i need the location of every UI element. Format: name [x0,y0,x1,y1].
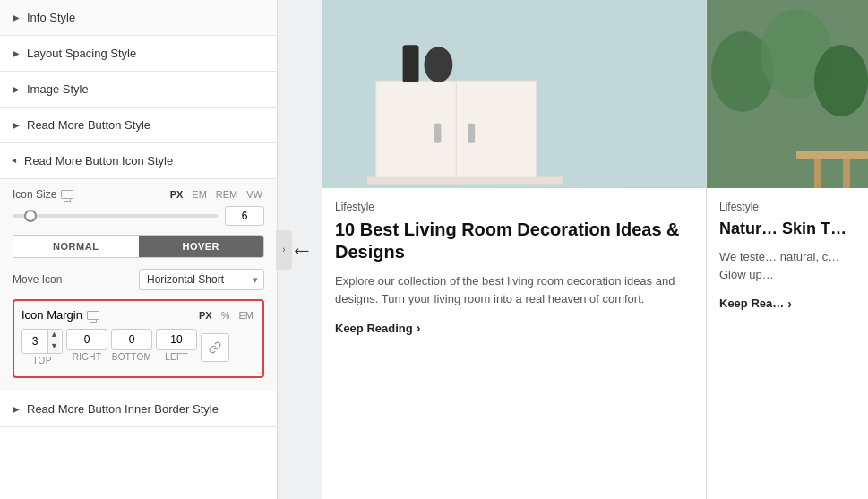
accordion-image-style: ▶ Image Style [0,72,277,108]
move-icon-select[interactable]: Horizontal Short Horizontal Long Vertica… [139,269,264,290]
icon-size-slider-row [13,206,264,226]
accordion-header-image-style[interactable]: ▶ Image Style [0,72,277,107]
card-category-2: Lifestyle [719,201,855,213]
icon-margin-right-group: RIGHT [66,329,107,362]
plants-svg [707,0,868,188]
svg-rect-4 [468,124,475,143]
icon-margin-unit-px[interactable]: PX [197,309,214,322]
icon-margin-left-group: LEFT [156,329,197,362]
accordion-layout-spacing-style: ▶ Layout Spacing Style [0,36,277,72]
accordion-read-more-button-inner-border-style: ▶ Read More Button Inner Border Style [0,391,277,427]
icon-margin-bottom-label: BOTTOM [112,352,151,362]
card-image-2 [707,0,868,188]
svg-point-6 [424,47,452,82]
accordion-info-style: ▶ Info Style [0,0,277,36]
plants-image [707,0,868,188]
accordion-read-more-button-icon-style: ▾ Read More Button Icon Style Icon Size … [0,143,277,391]
accordion-label-read-more-button-icon-style: Read More Button Icon Style [24,154,173,168]
icon-margin-right-input[interactable] [66,329,107,350]
svg-rect-12 [796,151,868,159]
icon-margin-top-down[interactable]: ▼ [48,340,60,351]
chevron-image-style: ▶ [13,84,20,94]
card-excerpt-2: We teste… natural, c… Glow up… [719,248,855,284]
card-content-2: Lifestyle Natur… Skin T… We teste… natur… [707,188,868,499]
accordion-label-image-style: Image Style [27,82,89,96]
icon-margin-monitor-icon [87,311,99,320]
icon-margin-header: Icon Margin PX % EM [21,308,255,322]
toggle-hover-button[interactable]: HOVER [139,236,264,257]
icon-margin-section: Icon Margin PX % EM [13,299,264,378]
icon-size-label-group: Icon Size [13,188,73,201]
right-panel: ← [278,0,868,499]
svg-rect-7 [367,177,563,185]
accordion-read-more-button-style: ▶ Read More Button Style [0,108,277,143]
monitor-icon [61,190,73,199]
icon-margin-top-stepper: ▲ ▼ [47,330,60,353]
card-link-text-2: Keep Rea… [719,297,784,310]
icon-margin-label: Icon Margin [21,308,82,322]
move-icon-select-wrapper: Horizontal Short Horizontal Long Vertica… [139,269,264,290]
card-title-1: 10 Best Living Room Decoration Ideas & D… [335,219,693,263]
link-icon [209,341,221,354]
icon-margin-unit-percent[interactable]: % [219,309,232,322]
unit-em[interactable]: EM [190,188,209,201]
icon-margin-right-label: RIGHT [73,352,102,362]
unit-group-icon-size: PX EM REM VW [168,188,264,201]
chevron-layout-spacing-style: ▶ [13,48,20,58]
icon-size-label: Icon Size [13,188,56,201]
accordion-header-info-style[interactable]: ▶ Info Style [0,0,277,35]
icon-margin-left-input[interactable] [156,329,197,350]
icon-margin-link-button[interactable] [201,333,229,362]
accordion-header-read-more-button-style[interactable]: ▶ Read More Button Style [0,108,277,142]
furniture-svg [322,0,706,188]
icon-margin-top-box: ▲ ▼ [21,329,63,354]
blog-card-1: Lifestyle 10 Best Living Room Decoration… [322,0,707,499]
icon-size-input[interactable] [225,206,264,226]
unit-px[interactable]: PX [168,188,185,201]
icon-margin-top-input[interactable] [22,330,47,353]
blog-card-2: Lifestyle Natur… Skin T… We teste… natur… [707,0,868,499]
icon-margin-label-group: Icon Margin [21,308,99,322]
left-panel: ▶ Info Style ▶ Layout Spacing Style ▶ Im… [0,0,278,499]
accordion-label-read-more-button-inner-border-style: Read More Button Inner Border Style [27,402,219,416]
card-excerpt-1: Explore our collection of the best livin… [335,272,693,308]
accordion-header-read-more-button-icon-style[interactable]: ▾ Read More Button Icon Style [0,143,277,178]
svg-point-11 [814,45,868,116]
chevron-info-style: ▶ [13,13,20,22]
svg-rect-5 [403,45,419,82]
icon-margin-bottom-group: BOTTOM [111,329,152,362]
chevron-read-more-button-style: ▶ [13,120,20,130]
icon-size-slider[interactable] [13,214,218,218]
normal-hover-toggle-group: NORMAL HOVER [13,235,264,258]
icon-margin-inputs-row: ▲ ▼ TOP RIGHT [21,329,255,366]
card-read-more-link-1[interactable]: Keep Reading › [335,321,420,335]
accordion-header-layout-spacing-style[interactable]: ▶ Layout Spacing Style [0,36,277,71]
furniture-image [322,0,706,188]
icon-margin-bottom-input[interactable] [111,329,152,350]
svg-rect-3 [434,124,441,143]
move-icon-row: Move Icon Horizontal Short Horizontal Lo… [13,269,264,290]
card-link-text-1: Keep Reading [335,322,413,335]
icon-margin-top-label: TOP [32,356,51,366]
svg-rect-13 [814,159,821,188]
move-icon-label: Move Icon [13,273,62,286]
icon-margin-unit-em[interactable]: EM [237,309,256,322]
cards-area: Lifestyle 10 Best Living Room Decoration… [278,0,868,499]
chevron-read-more-button-inner-border-style: ▶ [13,404,20,414]
chevron-read-more-button-icon-style: ▾ [10,159,20,163]
accordion-label-read-more-button-style: Read More Button Style [27,118,150,132]
panel-toggle-button[interactable]: › [276,230,292,270]
back-arrow-button[interactable]: ← [290,236,314,263]
left-panel-wrapper: ▶ Info Style ▶ Layout Spacing Style ▶ Im… [0,0,278,499]
card-read-more-link-2[interactable]: Keep Rea… › [719,297,792,311]
toggle-normal-button[interactable]: NORMAL [13,236,139,257]
icon-margin-top-group: ▲ ▼ TOP [21,329,63,366]
unit-rem[interactable]: REM [214,188,239,201]
unit-vw[interactable]: VW [245,188,264,201]
icon-size-row-label: Icon Size PX EM REM VW [13,188,264,201]
card-link-arrow-1: › [417,321,421,335]
icon-margin-top-up[interactable]: ▲ [48,330,60,340]
accordion-header-read-more-button-inner-border-style[interactable]: ▶ Read More Button Inner Border Style [0,391,277,426]
card-content-1: Lifestyle 10 Best Living Room Decoration… [322,188,706,499]
icon-margin-units: PX % EM [197,309,255,322]
